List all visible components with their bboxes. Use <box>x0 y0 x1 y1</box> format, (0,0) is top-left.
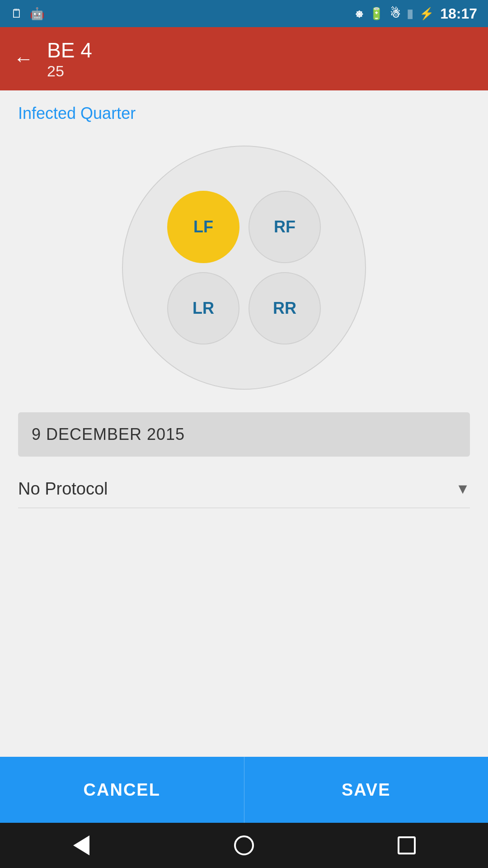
app-header: ← BE 4 25 <box>0 27 488 90</box>
app-icon-2: 🤖 <box>30 7 44 21</box>
quarter-btn-rf[interactable]: RF <box>249 191 321 263</box>
app-icon-1: 🗒 <box>11 7 23 21</box>
back-button[interactable]: ← <box>14 47 33 70</box>
header-title-group: BE 4 25 <box>47 38 92 80</box>
status-bar-right-icons: ⎈ 🔋 ☃ ▮ ⚡ 18:17 <box>356 5 477 22</box>
battery-icon: ⚡ <box>419 7 434 21</box>
quarter-outer-circle: LF RF LR RR <box>122 146 366 390</box>
quarter-grid: LF RF LR RR <box>167 191 321 344</box>
bluetooth-icon: ⎈ <box>356 7 363 21</box>
protocol-dropdown[interactable]: No Protocol ▼ <box>18 470 470 508</box>
date-field[interactable]: 9 DECEMBER 2015 <box>18 412 470 457</box>
section-label-infected-quarter: Infected Quarter <box>18 104 470 123</box>
protocol-value: No Protocol <box>18 479 108 499</box>
status-bar: 🗒 🤖 ⎈ 🔋 ☃ ▮ ⚡ 18:17 <box>0 0 488 27</box>
time-display: 18:17 <box>440 5 477 22</box>
chevron-down-icon: ▼ <box>455 481 470 497</box>
quarter-btn-lr[interactable]: LR <box>167 272 239 344</box>
quarter-btn-lf[interactable]: LF <box>167 191 239 263</box>
status-bar-left-icons: 🗒 🤖 <box>11 7 44 21</box>
wifi-icon: ☃ <box>390 7 400 21</box>
quarter-selector-container: LF RF LR RR <box>18 137 470 399</box>
spacer <box>18 522 470 743</box>
quarter-btn-rr[interactable]: RR <box>249 272 321 344</box>
bottom-action-bar: CANCEL SAVE <box>0 757 488 823</box>
header-subtitle: 25 <box>47 62 92 80</box>
vibrate-icon: 🔋 <box>369 7 384 21</box>
header-title: BE 4 <box>47 38 92 62</box>
nav-bar <box>0 823 488 868</box>
main-content: Infected Quarter LF RF LR RR 9 DECEMBER … <box>0 90 488 757</box>
nav-home-button[interactable] <box>230 832 258 859</box>
cancel-button[interactable]: CANCEL <box>0 757 244 823</box>
signal-icon: ▮ <box>407 7 413 21</box>
nav-recents-button[interactable] <box>393 832 420 859</box>
nav-back-button[interactable] <box>68 832 95 859</box>
save-button[interactable]: SAVE <box>244 757 488 823</box>
